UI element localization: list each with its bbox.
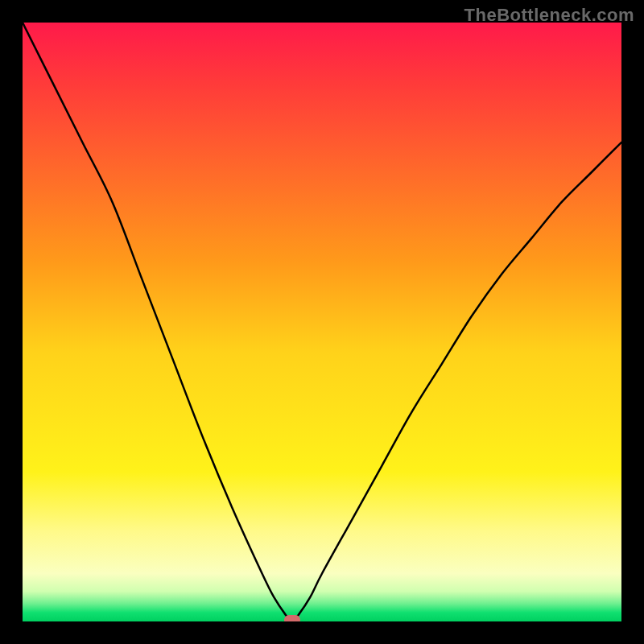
bottleneck-curve: [23, 23, 621, 621]
watermark-text: TheBottleneck.com: [464, 5, 634, 26]
plot-area: [23, 23, 621, 621]
optimal-point-marker: [284, 615, 300, 621]
chart-container: TheBottleneck.com: [0, 0, 644, 644]
